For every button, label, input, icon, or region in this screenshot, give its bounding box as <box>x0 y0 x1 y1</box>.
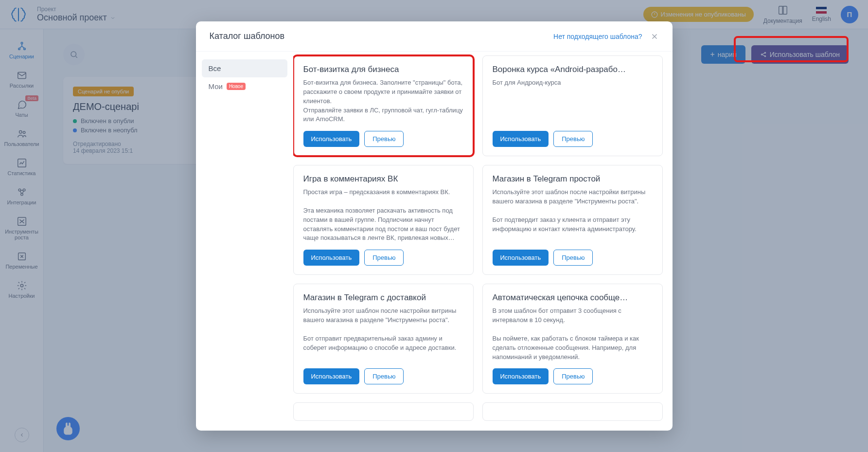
close-icon[interactable] <box>650 32 659 41</box>
preview-template-button[interactable]: Превью <box>553 368 593 384</box>
template-title: Бот-визитка для бизнеса <box>303 65 463 74</box>
modal-title: Каталог шаблонов <box>210 31 285 41</box>
modal-categories: Все Мои Новое <box>196 52 293 431</box>
category-all[interactable]: Все <box>202 59 287 77</box>
template-description: Используйте этот шаблон после настройки … <box>493 188 653 243</box>
template-card: Магазин в Telegram с доставкойИспользуйт… <box>293 284 474 394</box>
template-actions: ИспользоватьПревью <box>303 368 463 384</box>
template-description: В этом шаблон бот отправит 3 сообщения с… <box>493 307 653 362</box>
modal-header: Каталог шаблонов Нет подходящего шаблона… <box>196 21 673 52</box>
template-card: Игра в комментариях ВКПростая игра – пре… <box>293 165 474 275</box>
template-card-stub <box>482 402 663 421</box>
template-actions: ИспользоватьПревью <box>493 250 653 266</box>
preview-template-button[interactable]: Превью <box>364 368 404 384</box>
template-card: Воронка курса «Android-разрабо…Бот для А… <box>482 55 663 156</box>
template-card-stub <box>293 402 474 421</box>
no-suitable-template-link[interactable]: Нет подходящего шаблона? <box>553 33 642 40</box>
preview-template-button[interactable]: Превью <box>553 250 593 266</box>
templates-grid: Бот-визитка для бизнесаБот-визитка для б… <box>293 52 673 431</box>
template-card: Магазин в Telegram простойИспользуйте эт… <box>482 165 663 275</box>
preview-template-button[interactable]: Превью <box>364 131 404 147</box>
preview-template-button[interactable]: Превью <box>553 131 593 147</box>
template-actions: ИспользоватьПревью <box>493 368 653 384</box>
category-mine[interactable]: Мои Новое <box>202 77 287 95</box>
template-description: Бот для Андроид-курса <box>493 78 653 124</box>
template-title: Магазин в Telegram с доставкой <box>303 293 463 303</box>
template-title: Воронка курса «Android-разрабо… <box>493 65 653 74</box>
use-template-button[interactable]: Использовать <box>303 131 360 147</box>
use-template-button[interactable]: Использовать <box>303 368 360 384</box>
use-template-button[interactable]: Использовать <box>493 250 549 266</box>
preview-template-button[interactable]: Превью <box>364 250 404 266</box>
template-title: Магазин в Telegram простой <box>493 174 653 184</box>
template-actions: ИспользоватьПревью <box>303 250 463 266</box>
template-card: Автоматическая цепочка сообще…В этом шаб… <box>482 284 663 394</box>
use-template-button[interactable]: Использовать <box>493 131 549 147</box>
template-description: Используйте этот шаблон после настройки … <box>303 307 463 362</box>
template-description: Бот-визитка для бизнеса. Заполните "стра… <box>303 78 463 124</box>
template-title: Автоматическая цепочка сообще… <box>493 293 653 303</box>
use-template-button[interactable]: Использовать <box>493 368 549 384</box>
template-card: Бот-визитка для бизнесаБот-визитка для б… <box>293 55 474 156</box>
use-template-button[interactable]: Использовать <box>303 250 360 266</box>
template-actions: ИспользоватьПревью <box>493 131 653 147</box>
template-actions: ИспользоватьПревью <box>303 131 463 147</box>
template-title: Игра в комментариях ВК <box>303 174 463 184</box>
templates-modal: Каталог шаблонов Нет подходящего шаблона… <box>196 21 673 431</box>
template-description: Простая игра – предсказания в комментари… <box>303 188 463 243</box>
